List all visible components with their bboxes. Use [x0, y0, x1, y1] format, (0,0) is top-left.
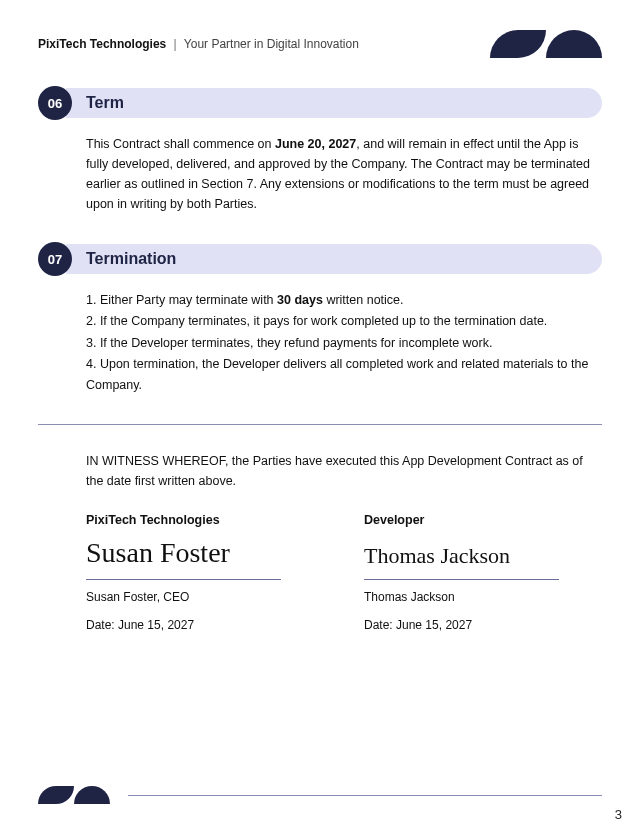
party2-signature: Thomas Jackson — [364, 537, 602, 577]
party2-date: Date: June 15, 2027 — [364, 618, 602, 632]
signature-row: PixiTech Technologies Susan Foster Susan… — [86, 513, 602, 632]
party2-name: Thomas Jackson — [364, 590, 602, 604]
term-text-pre: This Contract shall commence on — [86, 137, 275, 151]
party1-label: PixiTech Technologies — [86, 513, 324, 527]
list-item: 4. Upon termination, the Developer deliv… — [86, 354, 602, 397]
section-number-badge: 06 — [38, 86, 72, 120]
signature-line — [364, 579, 559, 580]
header-text: PixiTech Technologies | Your Partner in … — [38, 37, 359, 51]
party1-date: Date: June 15, 2027 — [86, 618, 324, 632]
list-item: 2. If the Company terminates, it pays fo… — [86, 311, 602, 332]
divider-line — [38, 424, 602, 425]
witness-clause: IN WITNESS WHEREOF, the Parties have exe… — [86, 451, 594, 491]
page-number: 3 — [615, 807, 622, 822]
signature-party1: PixiTech Technologies Susan Foster Susan… — [86, 513, 324, 632]
section-heading: 07 Termination — [38, 242, 602, 276]
section-number-badge: 07 — [38, 242, 72, 276]
party2-label: Developer — [364, 513, 602, 527]
section-heading: 06 Term — [38, 86, 602, 120]
signature-line — [86, 579, 281, 580]
signature-party2: Developer Thomas Jackson Thomas Jackson … — [364, 513, 602, 632]
party1-name: Susan Foster, CEO — [86, 590, 324, 604]
footer-logo-icon — [38, 786, 110, 804]
section-termination: 07 Termination 1. Either Party may termi… — [38, 242, 602, 396]
section-title: Term — [86, 94, 124, 112]
term-date: June 20, 2027 — [275, 137, 356, 151]
section-title-pill: Termination — [66, 244, 602, 274]
term-body: This Contract shall commence on June 20,… — [86, 134, 594, 214]
tagline: Your Partner in Digital Innovation — [184, 37, 359, 51]
footer-divider — [128, 795, 602, 796]
header: PixiTech Technologies | Your Partner in … — [38, 30, 602, 58]
footer — [38, 786, 602, 804]
company-name: PixiTech Technologies — [38, 37, 166, 51]
section-title: Termination — [86, 250, 176, 268]
section-term: 06 Term This Contract shall commence on … — [38, 86, 602, 214]
list-item: 3. If the Developer terminates, they ref… — [86, 333, 602, 354]
list-item: 1. Either Party may terminate with 30 da… — [86, 290, 602, 311]
termination-list: 1. Either Party may terminate with 30 da… — [86, 290, 602, 396]
section-title-pill: Term — [66, 88, 602, 118]
header-divider: | — [174, 37, 177, 51]
logo-icon — [490, 30, 602, 58]
party1-signature: Susan Foster — [86, 537, 324, 577]
